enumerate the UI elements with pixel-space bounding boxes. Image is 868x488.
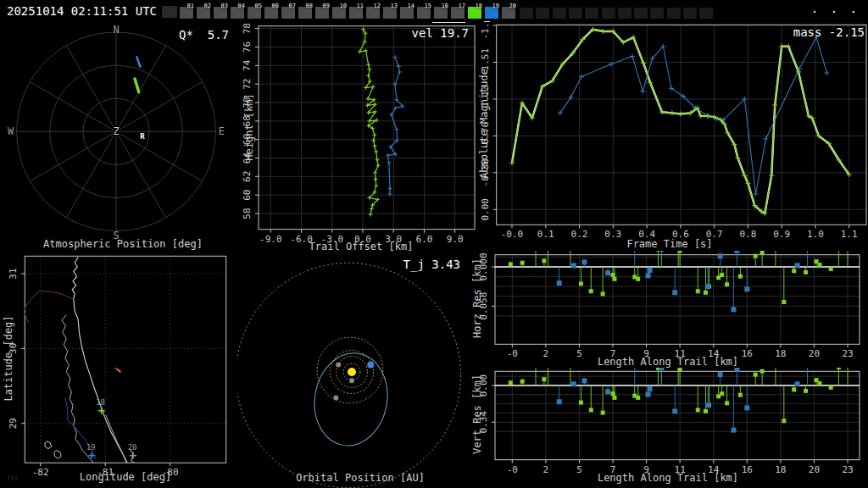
frame-box-empty-11[interactable] bbox=[683, 8, 697, 19]
svg-text:58: 58 bbox=[242, 208, 253, 219]
frame-box-empty-12[interactable] bbox=[699, 8, 713, 19]
frame-box-empty-10[interactable] bbox=[667, 8, 681, 19]
map-title: Longitude [deg] bbox=[7, 471, 244, 483]
current-frame-mark bbox=[484, 21, 490, 22]
frame-box-label: 02 bbox=[204, 3, 211, 9]
frame-box-label: 16 bbox=[442, 3, 448, 9]
horz-res-plot: -025791114161820230.0580.000 bbox=[468, 251, 868, 369]
frame-box-04[interactable]: 04 bbox=[231, 7, 244, 19]
mass-value: mass -2.15 bbox=[793, 25, 865, 39]
map-layer-island-1 bbox=[45, 441, 52, 449]
frame-box-empty-7[interactable] bbox=[618, 8, 632, 19]
frame-box-label: 20 bbox=[509, 3, 516, 9]
frame-box-10[interactable]: 10 bbox=[332, 7, 346, 19]
frame-box-01[interactable]: 01 bbox=[180, 7, 193, 19]
svg-text:E: E bbox=[219, 125, 225, 137]
frame-box-label: 05 bbox=[255, 3, 262, 9]
frame-box-08[interactable]: 08 bbox=[298, 7, 312, 19]
panel-light-curve: -0.00.10.20.30.40.60.70.80.91.01.1-1.88-… bbox=[471, 24, 868, 251]
frame-box-15[interactable]: 15 bbox=[417, 7, 431, 19]
frame-box-empty-1[interactable] bbox=[520, 8, 533, 19]
frame-box-09[interactable]: 09 bbox=[315, 7, 329, 19]
frame-box-19[interactable]: 19 bbox=[485, 7, 498, 19]
velocity-value: vel 19.7 bbox=[412, 26, 469, 40]
map-layer-island-2 bbox=[54, 451, 61, 459]
frame-box-empty-8[interactable] bbox=[634, 8, 648, 19]
station-18-track bbox=[135, 79, 139, 92]
orbit-title: Orbital Position [AU] bbox=[237, 472, 483, 484]
earth-dot bbox=[367, 362, 374, 369]
svg-text:19: 19 bbox=[86, 443, 96, 452]
meteor-ground-track bbox=[118, 369, 120, 372]
frame-box-03[interactable]: 03 bbox=[214, 7, 227, 19]
frame-box-label: 08 bbox=[306, 3, 313, 9]
frame-box-label: 14 bbox=[408, 3, 415, 9]
jupiter-orbit bbox=[237, 263, 461, 487]
svg-text:31: 31 bbox=[8, 268, 19, 279]
frame-box-empty-5[interactable] bbox=[585, 8, 598, 19]
panel-horz-res: -025791114161820230.0580.000 Horz Res [k… bbox=[468, 251, 868, 369]
planet-dot-1 bbox=[336, 363, 341, 368]
top-bar: 20251014 02:11:51 UTC 010203040506070809… bbox=[0, 0, 868, 24]
frame-box-02[interactable]: 02 bbox=[197, 7, 210, 19]
svg-text:W: W bbox=[8, 125, 14, 137]
panel-trail-offset: -9.0-6.0-3.00.03.06.09.05860626466687072… bbox=[239, 24, 483, 251]
planet-dot-3 bbox=[333, 396, 338, 401]
svg-text:29: 29 bbox=[8, 418, 19, 429]
frame-box-label: 04 bbox=[238, 3, 245, 9]
frame-box-06[interactable]: 06 bbox=[264, 7, 278, 19]
frame-box-11[interactable]: 11 bbox=[349, 7, 363, 19]
light-curve-plot: -0.00.10.20.30.40.60.70.80.91.01.1-1.88-… bbox=[471, 24, 868, 251]
svg-text:78: 78 bbox=[242, 24, 253, 34]
frame-box-empty-4[interactable] bbox=[569, 8, 582, 19]
frame-box-20[interactable]: 20 bbox=[502, 7, 515, 19]
svg-text:62: 62 bbox=[242, 171, 253, 182]
overflow-ellipsis[interactable]: . . . bbox=[811, 2, 860, 15]
frame-box-label: 19 bbox=[492, 3, 499, 9]
planet-dot-2 bbox=[349, 378, 354, 383]
frame-box-13[interactable]: 13 bbox=[383, 7, 397, 19]
map-layer-state-border bbox=[25, 291, 74, 323]
frame-box-label: 17 bbox=[459, 3, 465, 9]
vert-res-plot: -025791114161820230.340.00 bbox=[468, 368, 868, 488]
atmospheric-polar-plot: NESWZR bbox=[0, 24, 246, 251]
frame-box-label: 11 bbox=[357, 3, 364, 9]
frame-box-label: 06 bbox=[272, 3, 279, 9]
frame-box-label: 01 bbox=[187, 3, 194, 9]
frame-box-18[interactable]: 18 bbox=[468, 7, 481, 19]
svg-text:18: 18 bbox=[96, 398, 105, 407]
panel-orbit: T_j 3.43 Orbital Position [AU] bbox=[237, 251, 483, 488]
frame-box-empty-2[interactable] bbox=[536, 8, 549, 19]
svg-text:74: 74 bbox=[242, 59, 253, 71]
horz-res-ylabel: Horz Res [km] bbox=[471, 255, 483, 341]
watermark: rju bbox=[7, 474, 18, 481]
frame-box-16[interactable]: 16 bbox=[434, 7, 448, 19]
frame-box-17[interactable]: 17 bbox=[451, 7, 465, 19]
svg-text:R: R bbox=[140, 132, 145, 141]
svg-text:20: 20 bbox=[128, 443, 137, 452]
svg-text:0.00: 0.00 bbox=[480, 198, 491, 220]
svg-text:76: 76 bbox=[242, 42, 253, 53]
frame-box-empty-6[interactable] bbox=[602, 8, 615, 19]
frame-box-12[interactable]: 12 bbox=[366, 7, 380, 19]
trail-offset-plot: -9.0-6.0-3.00.03.06.09.05860626466687072… bbox=[239, 24, 483, 251]
trail-ylabel: Height [km] bbox=[243, 91, 255, 164]
vert-res-title: Length Along Trail [km] bbox=[468, 472, 868, 484]
svg-text:Z: Z bbox=[113, 125, 119, 137]
svg-text:-1.88: -1.88 bbox=[480, 24, 491, 40]
frame-box-14[interactable]: 14 bbox=[400, 7, 414, 19]
frame-box-label: 03 bbox=[221, 3, 228, 9]
frame-box-empty-9[interactable] bbox=[650, 8, 664, 19]
svg-text:N: N bbox=[113, 24, 119, 36]
frame-box-empty-3[interactable] bbox=[553, 8, 566, 19]
frame-box-spacer[interactable] bbox=[162, 6, 177, 18]
map-layer-coastline bbox=[72, 258, 127, 463]
frame-box-07[interactable]: 07 bbox=[281, 7, 295, 19]
frame-box-label: 09 bbox=[323, 3, 330, 9]
panel-ground-map: -82-81-80293031181920 Latitude [deg] Lon… bbox=[0, 251, 237, 488]
map-layer-inland-waterway bbox=[62, 315, 94, 463]
frame-box-label: 13 bbox=[391, 3, 398, 9]
frame-box-05[interactable]: 05 bbox=[248, 7, 261, 19]
frame-box-label: 10 bbox=[340, 3, 347, 9]
ground-map-plot: -82-81-80293031181920 bbox=[0, 251, 237, 488]
